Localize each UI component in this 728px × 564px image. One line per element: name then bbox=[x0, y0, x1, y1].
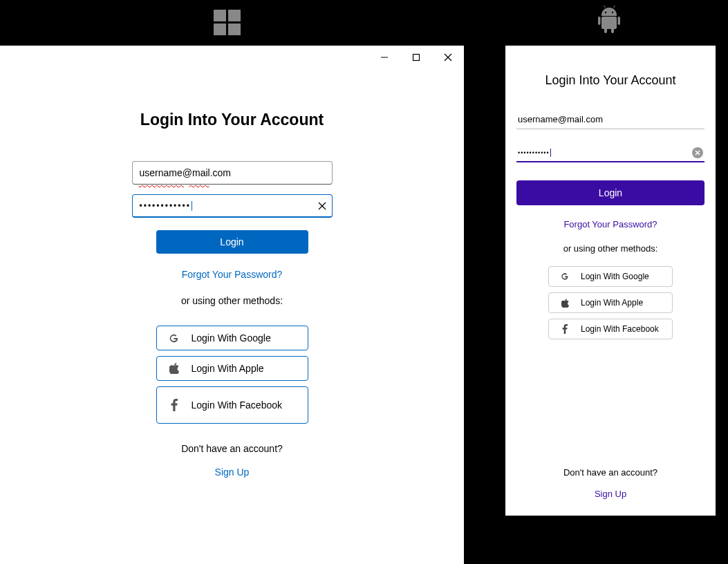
google-icon bbox=[168, 333, 180, 344]
svg-point-5 bbox=[612, 12, 613, 13]
svg-rect-2 bbox=[214, 24, 226, 35]
login-button[interactable]: Login bbox=[516, 180, 704, 205]
clear-password-icon[interactable] bbox=[317, 201, 327, 211]
login-facebook-label: Login With Facebook bbox=[192, 399, 297, 411]
svg-rect-1 bbox=[228, 10, 241, 21]
svg-rect-12 bbox=[413, 55, 420, 61]
svg-point-4 bbox=[605, 12, 606, 13]
email-field[interactable] bbox=[132, 161, 333, 185]
signup-link[interactable]: Sign Up bbox=[215, 467, 250, 478]
svg-rect-6 bbox=[601, 17, 617, 29]
login-facebook-button[interactable]: Login With Facebook bbox=[156, 386, 308, 424]
android-login-window: Login Into Your Account ••••••••••• Logi… bbox=[505, 46, 716, 516]
no-account-text: Don't have an account? bbox=[181, 443, 283, 454]
page-title: Login Into Your Account bbox=[140, 111, 324, 129]
window-titlebar bbox=[0, 46, 464, 69]
apple-icon bbox=[560, 299, 570, 308]
password-value: ••••••••••• bbox=[518, 149, 550, 156]
forgot-password-link[interactable]: Forgot Your Password? bbox=[182, 269, 283, 280]
windows-login-window: Login Into Your Account username@mail.co… bbox=[0, 46, 464, 564]
svg-rect-8 bbox=[618, 17, 621, 25]
login-apple-label: Login With Apple bbox=[581, 298, 643, 308]
clear-password-icon[interactable] bbox=[692, 147, 703, 158]
signup-link[interactable]: Sign Up bbox=[595, 489, 626, 499]
login-facebook-button[interactable]: Login With Facebook bbox=[548, 319, 673, 339]
password-field[interactable]: •••••••••••• bbox=[132, 194, 333, 218]
or-divider-text: or using other methods: bbox=[181, 295, 283, 306]
svg-rect-7 bbox=[598, 17, 601, 25]
login-google-button[interactable]: Login With Google bbox=[548, 266, 673, 287]
login-google-button[interactable]: Login With Google bbox=[156, 326, 308, 350]
login-google-label: Login With Google bbox=[581, 272, 649, 281]
login-apple-button[interactable]: Login With Apple bbox=[548, 292, 673, 313]
password-field[interactable]: ••••••••••• bbox=[516, 144, 704, 162]
google-icon bbox=[560, 272, 570, 281]
page-title: Login Into Your Account bbox=[545, 73, 675, 88]
facebook-icon bbox=[560, 324, 570, 334]
minimize-button[interactable] bbox=[368, 46, 400, 69]
windows-platform-icon bbox=[211, 6, 244, 41]
no-account-text: Don't have an account? bbox=[563, 467, 657, 478]
or-divider-text: or using other methods: bbox=[563, 243, 658, 254]
login-button[interactable]: Login bbox=[156, 230, 308, 254]
facebook-icon bbox=[168, 399, 180, 411]
password-value: •••••••••••• bbox=[140, 201, 191, 211]
login-apple-label: Login With Apple bbox=[192, 362, 297, 375]
svg-rect-9 bbox=[604, 28, 607, 33]
svg-rect-0 bbox=[214, 10, 226, 21]
email-field[interactable] bbox=[516, 110, 704, 129]
login-facebook-label: Login With Facebook bbox=[581, 324, 659, 334]
close-button[interactable] bbox=[432, 46, 464, 69]
maximize-button[interactable] bbox=[400, 46, 432, 69]
svg-rect-3 bbox=[228, 24, 241, 35]
svg-rect-10 bbox=[611, 28, 614, 33]
forgot-password-link[interactable]: Forgot Your Password? bbox=[563, 219, 657, 229]
login-google-label: Login With Google bbox=[192, 332, 297, 344]
login-apple-button[interactable]: Login With Apple bbox=[156, 356, 308, 381]
android-platform-icon bbox=[597, 6, 621, 36]
apple-icon bbox=[168, 363, 180, 374]
